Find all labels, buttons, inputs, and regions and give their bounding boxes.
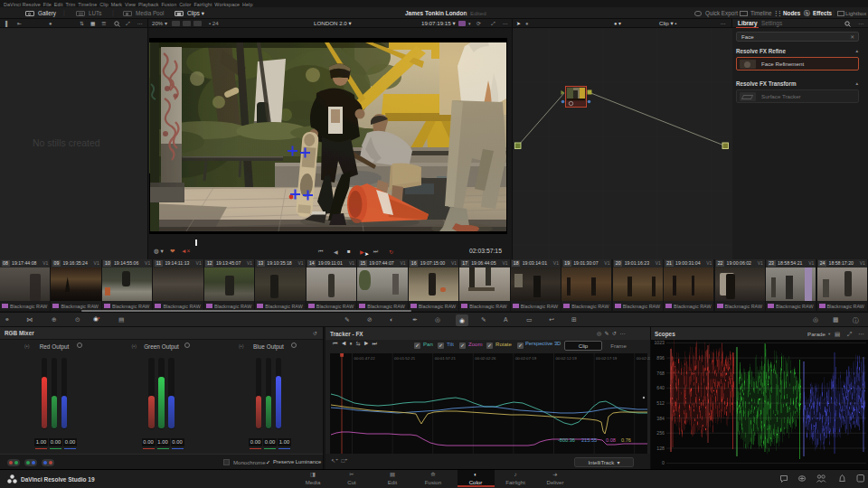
svg-text:256: 256 <box>656 430 665 436</box>
svg-text:⋯: ⋯ <box>858 331 864 337</box>
svg-text:640: 640 <box>656 385 665 390</box>
svg-text:128: 128 <box>656 446 665 451</box>
svg-text:1023: 1023 <box>654 340 665 345</box>
svg-text:768: 768 <box>656 371 665 376</box>
svg-text:▤: ▤ <box>835 331 840 337</box>
svg-text:Scopes: Scopes <box>655 331 675 338</box>
svg-text:⤢: ⤢ <box>847 331 852 337</box>
svg-text:Parade: Parade <box>807 331 826 337</box>
svg-text:512: 512 <box>656 400 665 406</box>
svg-text:896: 896 <box>656 355 665 361</box>
svg-text:0: 0 <box>662 460 665 465</box>
svg-text:384: 384 <box>656 416 665 421</box>
